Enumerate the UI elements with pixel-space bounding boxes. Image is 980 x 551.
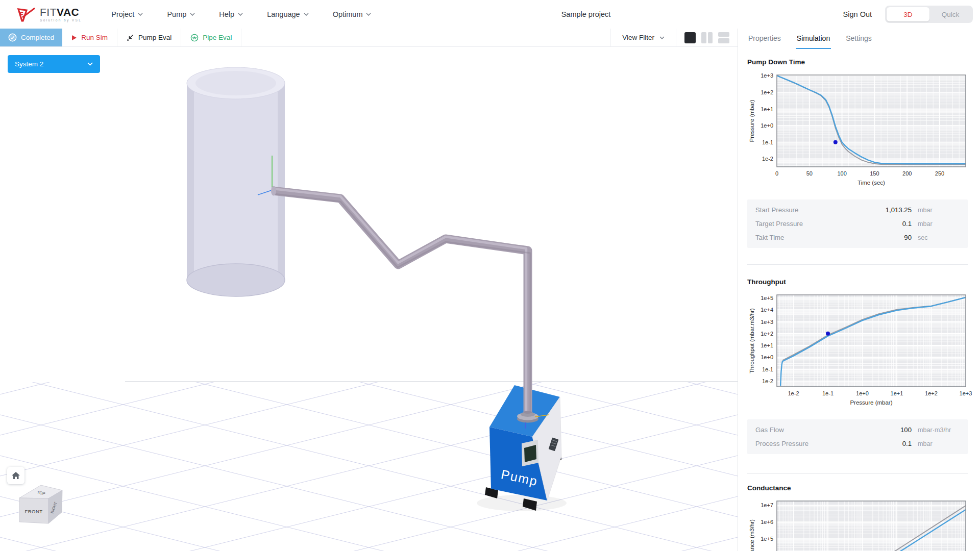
status-label: Completed <box>21 34 54 41</box>
menu-language-label: Language <box>267 10 300 18</box>
row-label: Takt Time <box>755 234 904 241</box>
menu-pump[interactable]: Pump <box>167 10 195 18</box>
grid-line <box>0 170 738 354</box>
run-sim-button[interactable]: Run Sim <box>62 29 117 46</box>
grid-line <box>0 537 738 551</box>
y-tick-label: 1e+0 <box>761 354 773 360</box>
pump-screen <box>524 445 536 462</box>
tab-settings[interactable]: Settings <box>845 29 873 49</box>
main-menu: Project Pump Help Language Optimum <box>111 10 371 18</box>
pipe-end-cap <box>524 411 532 414</box>
chevron-down-icon <box>238 13 243 16</box>
y-tick-label: 1e-2 <box>762 378 773 384</box>
pump-box[interactable]: Pump <box>485 385 561 511</box>
view-cube[interactable]: TOP FRONT RIGHT <box>19 485 62 523</box>
y-tick-label: 1e-2 <box>762 156 773 162</box>
x-axis-label: Pressure (mbar) <box>850 399 892 406</box>
view-filter-dropdown[interactable]: View Filter <box>610 29 676 46</box>
compress-arrow-icon <box>127 34 134 41</box>
throughput-chart: 1e-21e-11e+01e+11e+21e+31e+51e+41e+31e+2… <box>747 290 972 408</box>
mode-3d-active[interactable]: 3D <box>887 7 929 21</box>
y-tick-label: 1e-1 <box>762 139 773 145</box>
grid-line <box>0 456 738 551</box>
y-tick-label: 1e+4 <box>761 307 773 313</box>
system-selector[interactable]: System 2 <box>8 55 100 73</box>
section-divider <box>747 264 968 265</box>
plot-background <box>777 75 966 167</box>
row-unit: sec <box>912 234 960 241</box>
row-value: 0.1 <box>902 440 912 447</box>
x-tick-label: 1e+0 <box>856 390 869 396</box>
mode-toggle[interactable]: 3D Quick <box>885 6 973 23</box>
chevron-down-icon <box>138 13 143 16</box>
row-value: 1,013.25 <box>886 206 912 214</box>
y-tick-label: 1e+2 <box>761 331 773 337</box>
gizmo-tick-blue <box>525 422 526 429</box>
x-tick-label: 0 <box>775 170 778 177</box>
pipe-eval-button[interactable]: Pipe Eval <box>181 29 241 46</box>
status-badge: Completed <box>0 29 62 46</box>
sign-out-link[interactable]: Sign Out <box>843 10 872 18</box>
pipe-eval-label: Pipe Eval <box>203 34 232 41</box>
row-value: 100 <box>900 426 912 434</box>
project-name: Sample project <box>561 0 611 29</box>
pump-shadow <box>477 495 567 511</box>
grid-line <box>0 374 738 551</box>
section-title-conductance: Conductance <box>747 484 968 492</box>
x-tick-label: 1e-1 <box>822 390 834 396</box>
chevron-down-icon <box>304 13 309 16</box>
menu-language[interactable]: Language <box>267 10 309 18</box>
viewport-3d[interactable]: Pump TOP FRONT RIGHT System <box>0 47 738 551</box>
mode-quick[interactable]: Quick <box>929 11 971 18</box>
grid-line <box>0 211 738 394</box>
app-logo[interactable]: F FITVAC Solution by VSL <box>15 4 82 24</box>
layout-single-icon[interactable] <box>684 32 696 43</box>
tab-simulation[interactable]: Simulation <box>796 29 831 49</box>
view-cube-front-label: FRONT <box>24 509 42 514</box>
check-circle-icon <box>8 33 17 42</box>
y-tick-label: 1e+1 <box>761 106 773 112</box>
pipe-run[interactable] <box>271 186 532 414</box>
y-tick-label: 1e-1 <box>762 366 773 372</box>
tab-properties[interactable]: Properties <box>747 29 782 49</box>
pump-eval-button[interactable]: Pump Eval <box>117 29 181 46</box>
menu-optimum[interactable]: Optimum <box>333 10 372 18</box>
menu-pump-label: Pump <box>167 10 186 18</box>
grid-line <box>0 211 738 394</box>
chevron-down-icon <box>366 13 371 16</box>
operating-point-marker <box>826 332 830 336</box>
table-row: Gas Flow 100 mbar·m3/hr <box>747 423 968 437</box>
sim-toolbar: Completed Run Sim Pump Eval Pipe Eval Vi… <box>0 29 738 47</box>
run-sim-label: Run Sim <box>81 34 108 41</box>
table-row: Takt Time 90 sec <box>747 231 968 244</box>
row-unit: mbar <box>912 207 960 214</box>
y-tick-label: 1e+7 <box>761 502 773 508</box>
vacuum-chamber[interactable] <box>187 67 285 296</box>
row-value: 0.1 <box>902 220 912 228</box>
brand-text: FITVAC Solution by VSL <box>40 7 82 22</box>
x-tick-label: 250 <box>935 170 944 177</box>
scene-3d[interactable]: Pump TOP FRONT RIGHT <box>0 47 738 551</box>
home-view-button[interactable] <box>7 467 24 484</box>
x-tick-label: 200 <box>902 170 912 177</box>
y-tick-label: 1e+1 <box>761 342 773 348</box>
grid-line <box>0 537 738 551</box>
table-row: Start Pressure 1,013.25 mbar <box>747 203 968 217</box>
y-axis-label: Pressure (mbar) <box>749 99 755 142</box>
menu-help[interactable]: Help <box>219 10 243 18</box>
row-label: Start Pressure <box>755 206 886 214</box>
x-tick-label: 1e+2 <box>925 390 938 396</box>
layout-rows-icon[interactable] <box>718 32 729 43</box>
row-unit: mbar <box>912 220 960 228</box>
section-title-pump-down-time: Pump Down Time <box>747 58 968 66</box>
x-tick-label: 1e-2 <box>788 390 799 396</box>
layout-columns-icon[interactable] <box>701 32 713 43</box>
pipe-nozzle <box>271 186 276 196</box>
menu-help-label: Help <box>219 10 234 18</box>
menu-project[interactable]: Project <box>111 10 143 18</box>
system-selector-label: System 2 <box>15 60 43 68</box>
grid-line <box>0 456 738 551</box>
simulation-panel: Properties Simulation Settings Pump Down… <box>738 29 980 551</box>
pump-down-time-chart: 0501001502002501e+31e+21e+11e+01e-11e-2T… <box>747 70 972 188</box>
toolbar-right-group: View Filter <box>610 29 738 46</box>
